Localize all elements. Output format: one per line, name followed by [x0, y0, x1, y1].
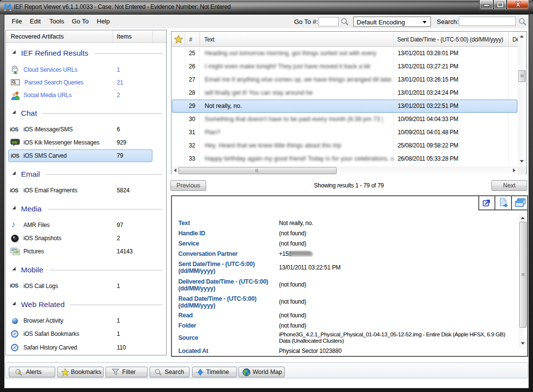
svg-text:kik: kik	[12, 140, 18, 144]
